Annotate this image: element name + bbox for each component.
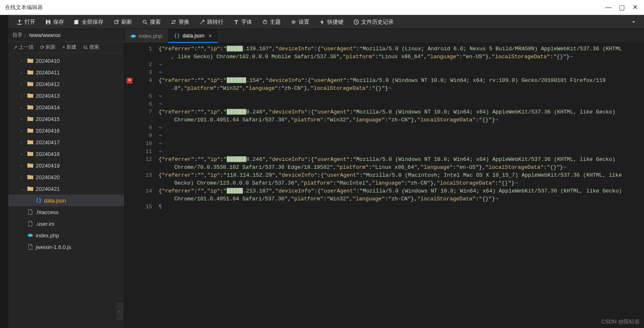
code-line[interactable]: ¬ xyxy=(159,100,644,108)
font-button[interactable]: 字体 xyxy=(228,15,257,29)
code-line[interactable]: ¬ xyxy=(159,148,644,155)
tree-item-label: index.php xyxy=(36,232,59,239)
folder-item[interactable]: ⌄20240421 xyxy=(8,183,124,195)
titlebar: 在线文本编辑器 ― ▢ ✕ xyxy=(0,0,644,15)
tab-label: index.php xyxy=(139,33,162,39)
folder-item[interactable]: ›20240415 xyxy=(8,113,124,125)
code-line[interactable]: , like Gecko) Chrome/102.0.0.0 Mobile Sa… xyxy=(159,53,644,61)
up-level-button[interactable]: ↗ 上一级 xyxy=(11,44,36,51)
code-line[interactable]: {"referrer":"","ip"."██████0.246","devic… xyxy=(159,108,644,116)
code-line[interactable]: ¬ xyxy=(159,69,644,76)
folder-item[interactable]: ›20240411 xyxy=(8,67,124,78)
folder-item[interactable]: ›20240412 xyxy=(8,78,124,90)
folder-icon xyxy=(27,139,34,146)
tree-item-label: data.json xyxy=(44,197,66,204)
folder-item[interactable]: ›20240417 xyxy=(8,136,124,148)
folder-item[interactable]: ›20240418 xyxy=(8,148,124,160)
code-line[interactable]: Chrome/101.0.4951.64 Safari/537.36","pla… xyxy=(159,116,644,124)
chevron-icon: › xyxy=(21,82,27,86)
sidebar-collapse-handle[interactable]: ‹ xyxy=(116,303,123,320)
php-icon xyxy=(130,33,136,39)
file-item[interactable]: .htaccess xyxy=(8,206,124,218)
chevron-icon: › xyxy=(21,163,27,168)
code-line[interactable]: {"referrer":"","ip":"██████8.246","devic… xyxy=(159,155,644,163)
goto-button[interactable]: 跳转行 xyxy=(194,15,228,29)
code-line[interactable]: {"referrer":"","ip":"██████.154","device… xyxy=(159,76,644,84)
minimize-icon[interactable]: ― xyxy=(604,3,612,12)
chevron-icon: › xyxy=(21,128,27,133)
folder-item[interactable]: ›20240420 xyxy=(8,171,124,183)
code-line[interactable]: ¬ xyxy=(159,61,644,69)
replace-button[interactable]: 替换 xyxy=(166,15,194,29)
svg-point-6 xyxy=(131,35,136,37)
code-line[interactable]: .0","platform":"Win32","language":"zh-CN… xyxy=(159,84,644,92)
file-tree[interactable]: ›20240410›20240411›20240412›20240413›202… xyxy=(8,53,124,328)
code-content[interactable]: {"referrer":"","ip":"█████.139.107","dev… xyxy=(155,43,644,328)
code-line[interactable]: {"referrer":"","ip":"█████.213.187","dev… xyxy=(159,187,644,195)
folder-item[interactable]: ›20240413 xyxy=(8,90,124,101)
code-line[interactable]: ¬ xyxy=(159,140,644,148)
file-item[interactable]: data.json xyxy=(8,195,124,206)
close-icon[interactable]: ✕ xyxy=(631,3,639,12)
save-button[interactable]: 保存 xyxy=(40,15,69,29)
toolbar-label: 文件历史记录 xyxy=(361,18,394,26)
code-line[interactable]: {"referrer":"","ip":"█████.139.107","dev… xyxy=(159,45,644,53)
code-line[interactable]: ¬ xyxy=(159,132,644,140)
file-icon xyxy=(27,244,34,250)
tree-item-label: .htaccess xyxy=(36,209,59,215)
sidebar-search-button[interactable]: 搜索 xyxy=(81,44,102,51)
replace-icon xyxy=(171,19,176,25)
chevron-icon: › xyxy=(21,94,27,98)
folder-item[interactable]: ›20240419 xyxy=(8,160,124,171)
toolbar-label: 替换 xyxy=(179,18,189,26)
code-line[interactable]: ¬ xyxy=(159,124,644,132)
open-button[interactable]: 打开 xyxy=(12,15,40,29)
code-line[interactable]: {"referrer":"","ip":"118.114.152.29","de… xyxy=(159,171,644,179)
shortcut-button[interactable]: 快捷键 xyxy=(314,15,348,29)
search-button[interactable]: 搜索 xyxy=(137,15,166,29)
sidebar-actions: ↗ 上一级 ⟳ 刷新 + 新建 搜索 xyxy=(8,42,124,53)
tab-data-json[interactable]: data.json× xyxy=(168,29,218,43)
code-line[interactable]: ¬ xyxy=(159,92,644,100)
error-marker-icon[interactable]: × xyxy=(127,78,132,84)
history-button[interactable]: 文件历史记录 xyxy=(348,15,399,29)
code-line[interactable]: Chrome/101.0.4951.64 Safari/537.36","pla… xyxy=(159,195,644,203)
refresh-button[interactable]: 刷新 xyxy=(108,15,137,29)
code-line[interactable]: Gecko) Chrome/123.0.0.0 Safari/537.36","… xyxy=(159,179,644,187)
file-item[interactable]: .user.ini xyxy=(8,218,124,229)
close-tab-icon[interactable]: × xyxy=(208,32,212,39)
folder-item[interactable]: ›20240410 xyxy=(8,55,124,67)
toolbar-label: 跳转行 xyxy=(207,18,223,26)
maximize-icon[interactable]: ▢ xyxy=(617,3,626,12)
folder-item[interactable]: ›20240416 xyxy=(8,125,124,136)
toolbar-label: 设置 xyxy=(299,18,309,26)
goto-icon xyxy=(199,19,205,25)
save-all-button[interactable]: 全部保存 xyxy=(69,15,108,29)
tab-label: data.json xyxy=(182,32,204,39)
folder-icon xyxy=(27,116,34,122)
tree-item-label: 20240414 xyxy=(36,104,60,111)
settings-button[interactable]: 设置 xyxy=(286,15,314,29)
new-button[interactable]: + 新建 xyxy=(60,44,79,51)
tree-item-label: 20240413 xyxy=(36,93,60,99)
theme-button[interactable]: 主题 xyxy=(257,15,286,29)
sidebar-refresh-button[interactable]: ⟳ 刷新 xyxy=(38,44,58,51)
code-line[interactable]: ¶ xyxy=(159,203,644,211)
toolbar-label: 刷新 xyxy=(121,18,132,26)
toolbar-expand[interactable] xyxy=(627,19,641,25)
chevron-icon: › xyxy=(21,105,27,110)
plus-icon: + xyxy=(62,44,65,50)
flash-icon xyxy=(319,19,325,25)
code-line[interactable]: Chrome/70.0.3538.102 Safari/537.36 Edge/… xyxy=(159,163,644,171)
file-item[interactable]: index.php xyxy=(8,229,124,241)
chevron-icon: › xyxy=(21,117,27,121)
folder-icon xyxy=(27,104,34,111)
svg-point-5 xyxy=(28,234,33,237)
file-icon xyxy=(27,221,34,227)
tab-index-php[interactable]: index.php xyxy=(125,29,168,43)
action-label: 搜索 xyxy=(89,44,99,51)
search-icon xyxy=(142,19,148,25)
folder-item[interactable]: ›20240414 xyxy=(8,101,124,113)
toolbar-label: 主题 xyxy=(270,18,281,26)
file-item[interactable]: jweixin-1.6.0.js xyxy=(8,241,124,253)
